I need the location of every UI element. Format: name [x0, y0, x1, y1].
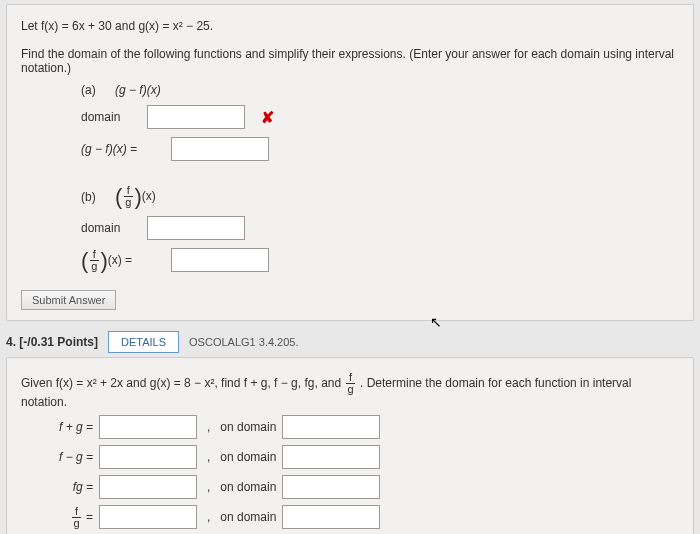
q4-row-foverg: fg = , on domain: [41, 505, 679, 529]
q4-fplusg-label: f + g =: [41, 420, 93, 434]
q4-foverg-label: fg =: [41, 506, 93, 529]
q3-b-expr-label: (fg)(x) =: [81, 249, 165, 272]
q3-part-b-fn: (fg)(x): [115, 185, 156, 208]
q4-fplusg-domain-input[interactable]: [282, 415, 380, 439]
submit-answer-button[interactable]: Submit Answer: [21, 290, 116, 310]
q4-fplusg-expr-input[interactable]: [99, 415, 197, 439]
q4-row-fplusg: f + g = , on domain: [41, 415, 679, 439]
q4-row-fg: fg = , on domain: [41, 475, 679, 499]
q4-fminusg-domain-input[interactable]: [282, 445, 380, 469]
q3-a-domain-input[interactable]: [147, 105, 245, 129]
q4-foverg-domain-label: on domain: [220, 510, 276, 524]
q3-b-expr-input[interactable]: [171, 248, 269, 272]
q3-part-b-label: (b): [81, 190, 109, 204]
q3-instruction: Find the domain of the following functio…: [21, 47, 679, 75]
q3-a-expr-input[interactable]: [171, 137, 269, 161]
q3-let-statement: Let f(x) = 6x + 30 and g(x) = x² − 25.: [21, 19, 679, 33]
details-button[interactable]: DETAILS: [108, 331, 179, 353]
q4-foverg-expr-input[interactable]: [99, 505, 197, 529]
q4-given: Given f(x) = x² + 2x and g(x) = 8 − x², …: [21, 372, 679, 409]
q4-fg-domain-input[interactable]: [282, 475, 380, 499]
q3-part-a-fn: (g − f)(x): [115, 83, 161, 97]
q3-a-domain-label: domain: [81, 110, 141, 124]
q4-foverg-domain-input[interactable]: [282, 505, 380, 529]
question-3-panel: Let f(x) = 6x + 30 and g(x) = x² − 25. F…: [6, 4, 694, 321]
q3-b-domain-input[interactable]: [147, 216, 245, 240]
q4-fminusg-expr-input[interactable]: [99, 445, 197, 469]
question-4-header: 4. [-/0.31 Points] DETAILS OSCOLALG1 3.4…: [6, 331, 694, 353]
q3-b-domain-label: domain: [81, 221, 141, 235]
q4-fg-domain-label: on domain: [220, 480, 276, 494]
q3-part-a-label: (a): [81, 83, 109, 97]
q4-points: 4. [-/0.31 Points]: [6, 335, 98, 349]
q4-row-fminusg: f − g = , on domain: [41, 445, 679, 469]
q4-fplusg-domain-label: on domain: [220, 420, 276, 434]
q4-fg-label: fg =: [41, 480, 93, 494]
q4-fminusg-domain-label: on domain: [220, 450, 276, 464]
question-4-panel: Given f(x) = x² + 2x and g(x) = 8 − x², …: [6, 357, 694, 534]
q4-fg-expr-input[interactable]: [99, 475, 197, 499]
wrong-icon: ✘: [261, 108, 274, 127]
q3-a-expr-label: (g − f)(x) =: [81, 142, 165, 156]
q4-reference: OSCOLALG1 3.4.205.: [189, 336, 298, 348]
q4-fminusg-label: f − g =: [41, 450, 93, 464]
